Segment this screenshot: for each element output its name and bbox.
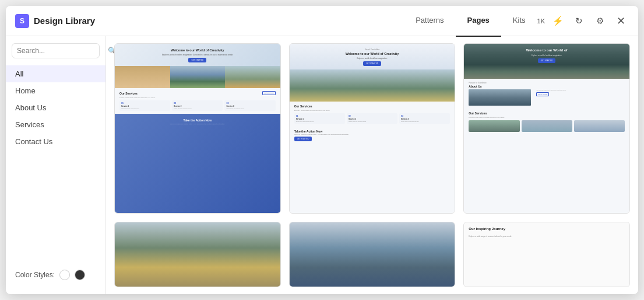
card1-img-2 bbox=[170, 66, 226, 88]
card2-service-cards: 01 Service 1 Details about this amazing … bbox=[294, 113, 451, 124]
card3-hero: Welcome to our World of Explore a world … bbox=[464, 44, 629, 79]
card2-services: Our Services Explore a wide range of ser… bbox=[290, 102, 455, 127]
card2-images bbox=[290, 69, 455, 102]
card1-services: Our Services LEARN MORE Explore a wide r… bbox=[115, 88, 280, 114]
card1-hero-sub: Explore a world of endless imagination. … bbox=[121, 54, 275, 56]
card2-cta-btn: GET STARTED bbox=[363, 61, 381, 66]
search-box[interactable]: 🔍 bbox=[12, 43, 100, 58]
card2-cta-title: Take the Action Now bbox=[294, 130, 451, 133]
card2-services-desc: Explore a wide range of services tailore… bbox=[294, 110, 451, 111]
bottom-card-2-inner bbox=[290, 222, 455, 287]
card1-service-2: 02 Service 2 Details about this amazing … bbox=[172, 100, 223, 111]
card3-service-cards bbox=[469, 120, 625, 132]
card1-images bbox=[115, 66, 280, 88]
card3-services: Our Services Explore a wide range of ser… bbox=[464, 109, 629, 135]
card2-hero: Unlock Possibilities Welcome to our Worl… bbox=[290, 44, 455, 69]
card1-hero-title: Welcome to our World of Creativity bbox=[121, 48, 275, 53]
card1-service-cards: 01 Service 1 Details about this amazing … bbox=[119, 100, 276, 111]
card2-cta-section: Take the Action Now Join us in shaping a… bbox=[290, 127, 455, 144]
card2-img-main bbox=[290, 69, 455, 102]
card1-cta-btn: GET STARTED bbox=[188, 58, 206, 62]
tab-kits[interactable]: Kits bbox=[501, 6, 537, 37]
bottom-card-1-img bbox=[115, 222, 280, 287]
card2-cta-sub: Join us in shaping a brighter future - y… bbox=[294, 134, 451, 135]
card3-about: Passion for Excellence About Us We have … bbox=[464, 79, 629, 109]
sidebar-item-about-us[interactable]: About Us bbox=[6, 99, 105, 116]
card3-about-img bbox=[469, 89, 531, 106]
card1-hero: Welcome to our World of Creativity Explo… bbox=[115, 44, 280, 66]
bottom-card-3-title: Our Inspiring Journey bbox=[464, 222, 629, 235]
card1-cta-section: Take the Action Now Join us in shaping a… bbox=[115, 114, 280, 214]
bottom-card-3-inner: Our Inspiring Journey Explore a wide ran… bbox=[464, 222, 629, 287]
bottom-card-3[interactable]: Our Inspiring Journey Explore a wide ran… bbox=[463, 222, 630, 287]
card1-learn-more: LEARN MORE bbox=[262, 91, 276, 95]
body: 🔍 All Home About Us Services Contact Us … bbox=[6, 36, 638, 294]
card3-service-img-2 bbox=[522, 120, 572, 132]
header: S Design Library Patterns Pages Kits 1K … bbox=[6, 6, 638, 36]
card3-about-sub: We have been dedicated to delivering exc… bbox=[536, 89, 625, 91]
card2-services-header: Our Services bbox=[294, 104, 451, 108]
bottom-card-2[interactable] bbox=[289, 222, 456, 287]
lightning-button[interactable]: ⚡ bbox=[550, 13, 566, 29]
logo-icon: S bbox=[15, 14, 29, 28]
card2-services-title: Our Services bbox=[294, 104, 312, 108]
sidebar-item-all[interactable]: All bbox=[6, 65, 105, 82]
sidebar-item-services[interactable]: Services bbox=[6, 116, 105, 133]
card3-hero-sub: Explore a world of endless imagination. bbox=[470, 54, 624, 57]
card3-service-img-1 bbox=[469, 120, 519, 132]
card1-services-header: Our Services LEARN MORE bbox=[119, 91, 276, 95]
app-title: Design Library bbox=[34, 16, 95, 26]
search-input[interactable] bbox=[17, 47, 104, 55]
close-button[interactable]: ✕ bbox=[613, 13, 629, 29]
card1-service-1: 01 Service 1 Details about this amazing … bbox=[119, 100, 170, 111]
card1-service-3: 03 Service 3 Details about this amazing … bbox=[224, 100, 275, 111]
card3-services-header: Our Services bbox=[469, 111, 625, 115]
card-2-inner: Unlock Possibilities Welcome to our Worl… bbox=[290, 44, 455, 214]
color-styles: Color Styles: bbox=[6, 263, 105, 287]
sidebar-item-home[interactable]: Home bbox=[6, 82, 105, 99]
bottom-card-1-inner bbox=[115, 222, 280, 287]
card3-hero-title: Welcome to our World of bbox=[470, 48, 624, 53]
panel: S Design Library Patterns Pages Kits 1K … bbox=[6, 6, 638, 294]
color-dot-white[interactable] bbox=[59, 270, 70, 280]
badge-1k: 1K bbox=[537, 18, 545, 25]
sidebar-item-contact-us[interactable]: Contact Us bbox=[6, 133, 105, 150]
sidebar: 🔍 All Home About Us Services Contact Us … bbox=[6, 36, 106, 294]
card3-services-title: Our Services bbox=[469, 111, 487, 115]
refresh-button[interactable]: ↻ bbox=[571, 13, 587, 29]
card1-img-3 bbox=[225, 66, 280, 88]
card1-services-title: Our Services bbox=[119, 92, 138, 95]
card1-cta-title: Take the Action Now bbox=[119, 118, 276, 122]
card-1-inner: Welcome to our World of Creativity Explo… bbox=[115, 44, 280, 214]
bottom-card-2-img bbox=[290, 222, 455, 287]
settings-button[interactable]: ⚙ bbox=[592, 13, 608, 29]
bottom-card-1[interactable] bbox=[114, 222, 281, 287]
tab-patterns[interactable]: Patterns bbox=[404, 6, 455, 37]
card3-services-desc: Explore a wide range of services tailore… bbox=[469, 117, 625, 118]
card3-service-img-3 bbox=[574, 120, 625, 132]
header-actions: 1K ⚡ ↻ ⚙ ✕ bbox=[537, 13, 629, 29]
color-styles-label: Color Styles: bbox=[15, 271, 55, 279]
card-3[interactable]: Welcome to our World of Explore a world … bbox=[463, 43, 630, 214]
card2-hero-title: Welcome to our World of Creativity bbox=[295, 52, 449, 56]
card2-hero-sub: Explore a world of endless imagination. bbox=[295, 57, 449, 60]
card2-cta-action-btn: GET STARTED bbox=[294, 137, 312, 141]
card3-about-content: We have been dedicated to delivering exc… bbox=[536, 89, 625, 106]
card-3-inner: Welcome to our World of Explore a world … bbox=[464, 44, 629, 214]
card3-cta-btn: GET STARTED bbox=[538, 58, 556, 63]
logo-area: S Design Library bbox=[15, 14, 404, 28]
tab-bar: Patterns Pages Kits bbox=[404, 6, 537, 37]
card-1[interactable]: Welcome to our World of Creativity Explo… bbox=[114, 43, 281, 214]
card2-service-2: 02 Service 2 Details about this amazing … bbox=[347, 113, 397, 124]
card3-about-title: About Us bbox=[469, 85, 625, 88]
card1-services-desc: Explore a wide range of services tailore… bbox=[119, 97, 276, 99]
color-dot-dark[interactable] bbox=[75, 270, 85, 280]
card1-img-1 bbox=[115, 66, 170, 88]
tab-pages[interactable]: Pages bbox=[456, 6, 501, 37]
card-2[interactable]: Unlock Possibilities Welcome to our Worl… bbox=[289, 43, 456, 214]
content-grid: Welcome to our World of Creativity Explo… bbox=[106, 36, 638, 294]
card3-read-more: READ MORE bbox=[536, 92, 548, 96]
card2-service-3: 03 Service 3 Details about this amazing … bbox=[399, 113, 450, 124]
card1-cta-sub: Join us in shaping a brighter future - y… bbox=[119, 123, 276, 125]
bottom-card-3-sub: Explore a wide range of services tailore… bbox=[464, 235, 629, 238]
